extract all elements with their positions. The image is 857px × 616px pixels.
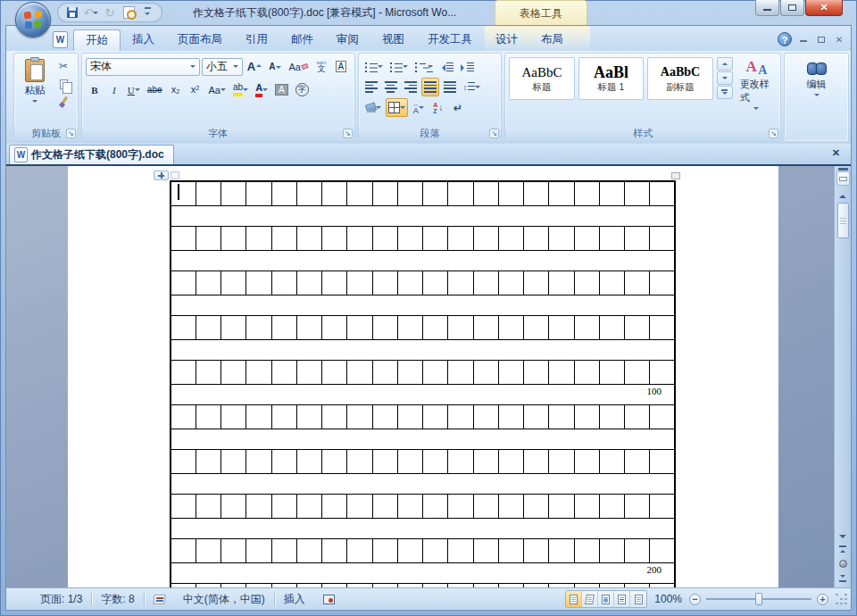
full-screen-reading-button[interactable]	[582, 591, 598, 607]
grid-cell[interactable]	[650, 404, 675, 429]
grid-cell[interactable]	[271, 181, 296, 205]
tab-mailings[interactable]: 邮件	[279, 29, 325, 51]
grid-cell[interactable]	[372, 494, 397, 518]
paste-button[interactable]: 粘贴	[18, 57, 52, 127]
enclose-characters-button[interactable]: 字	[293, 80, 312, 99]
grid-cell[interactable]	[347, 404, 372, 429]
grid-cell[interactable]	[549, 181, 574, 205]
grid-cell[interactable]	[171, 360, 196, 384]
grid-cell[interactable]	[322, 449, 347, 473]
grid-cell[interactable]	[347, 494, 372, 518]
grid-cell[interactable]	[372, 271, 397, 295]
scroll-up-arrow[interactable]	[839, 191, 846, 198]
grid-cell[interactable]	[625, 583, 650, 587]
styles-scroll-up-button[interactable]	[717, 57, 733, 71]
grid-cell[interactable]	[423, 226, 448, 250]
grid-cell[interactable]	[397, 181, 422, 205]
grid-cell[interactable]	[599, 494, 624, 518]
grid-cell[interactable]	[271, 538, 296, 562]
grid-cell[interactable]	[347, 271, 372, 295]
language-indicator[interactable]: 中文(简体，中国)	[174, 588, 274, 610]
sort-button[interactable]: AZ↓	[429, 98, 447, 117]
grid-cell[interactable]	[574, 583, 599, 587]
grid-cell[interactable]	[549, 315, 574, 339]
character-shading-button[interactable]: A	[272, 80, 291, 99]
doc-restore-button[interactable]	[815, 33, 828, 46]
grid-cell[interactable]	[498, 449, 523, 473]
office-button[interactable]	[15, 2, 51, 37]
grid-cell[interactable]	[171, 449, 196, 473]
zoom-slider-handle[interactable]	[755, 593, 762, 605]
strikethrough-button[interactable]: abe	[145, 80, 165, 99]
grid-cell[interactable]	[372, 538, 397, 562]
text-highlight-button[interactable]: ab	[230, 80, 251, 99]
grid-cell[interactable]	[448, 271, 473, 295]
grid-cell[interactable]	[196, 449, 220, 473]
ruler-toggle-button[interactable]	[836, 171, 850, 186]
grid-cell[interactable]	[246, 449, 271, 473]
grid-cell[interactable]	[473, 494, 498, 518]
grid-cell[interactable]	[397, 404, 422, 429]
grid-cell[interactable]	[171, 538, 196, 562]
grid-cell[interactable]	[397, 226, 422, 250]
styles-dialog-launcher[interactable]: ↘	[769, 129, 778, 138]
grid-cell[interactable]	[549, 404, 574, 429]
grid-cell[interactable]	[473, 226, 498, 250]
redo-button[interactable]: ↻	[102, 4, 118, 21]
tab-view[interactable]: 视图	[370, 29, 416, 51]
print-layout-view-button[interactable]	[566, 591, 582, 607]
grid-cell[interactable]	[372, 449, 397, 473]
underline-button[interactable]: U	[125, 80, 143, 99]
grid-cell[interactable]	[423, 315, 448, 339]
split-handle[interactable]	[838, 168, 848, 171]
grid-cell[interactable]	[625, 226, 650, 250]
grid-cell[interactable]	[347, 538, 372, 562]
grid-cell[interactable]	[171, 404, 196, 429]
zoom-level[interactable]: 100%	[654, 593, 682, 605]
grid-cell[interactable]	[296, 181, 321, 205]
grid-cell[interactable]	[448, 360, 473, 384]
grid-cell[interactable]	[524, 315, 549, 339]
grid-cell[interactable]	[322, 315, 347, 339]
grid-cell[interactable]	[397, 271, 422, 295]
grid-cell[interactable]	[448, 315, 473, 339]
document-page[interactable]: 100200	[68, 166, 778, 587]
decrease-indent-button[interactable]	[437, 57, 456, 76]
grid-cell[interactable]	[271, 449, 296, 473]
grid-cell[interactable]	[372, 226, 397, 250]
format-painter-button[interactable]	[54, 94, 72, 110]
grid-cell[interactable]	[246, 271, 271, 295]
align-right-button[interactable]	[402, 78, 420, 96]
grid-cell[interactable]	[372, 181, 397, 205]
outline-view-button[interactable]	[614, 591, 630, 607]
style-card-title[interactable]: AaBbC 标题	[509, 57, 575, 100]
grid-cell[interactable]	[524, 404, 549, 429]
grid-cell[interactable]	[271, 494, 296, 518]
styles-scroll-down-button[interactable]	[717, 71, 733, 85]
grid-cell[interactable]	[196, 315, 220, 339]
grid-cell[interactable]	[473, 538, 498, 562]
grid-cell[interactable]	[423, 538, 448, 562]
grid-cell[interactable]	[625, 494, 650, 518]
grid-cell[interactable]	[347, 181, 372, 205]
grid-cell[interactable]	[372, 583, 397, 587]
grid-cell[interactable]	[296, 404, 321, 429]
grid-cell[interactable]	[423, 404, 448, 429]
tab-table-layout[interactable]: 布局	[529, 29, 575, 51]
grid-cell[interactable]	[448, 494, 473, 518]
grid-cell[interactable]	[599, 181, 624, 205]
grid-cell[interactable]	[650, 449, 675, 473]
grid-cell[interactable]	[574, 226, 599, 250]
resize-grip[interactable]	[836, 594, 847, 605]
change-case-button[interactable]: Aa	[206, 80, 229, 99]
numbering-button[interactable]	[387, 57, 411, 76]
grid-cell[interactable]	[574, 360, 599, 384]
grid-cell[interactable]	[221, 538, 246, 562]
grid-cell[interactable]	[574, 271, 599, 295]
grid-cell[interactable]	[574, 181, 599, 205]
grid-cell[interactable]	[498, 360, 523, 384]
bullets-button[interactable]	[362, 57, 386, 76]
grid-cell[interactable]	[221, 494, 246, 518]
grid-cell[interactable]	[347, 449, 372, 473]
style-card-heading1[interactable]: AaBl 标题 1	[578, 57, 645, 100]
